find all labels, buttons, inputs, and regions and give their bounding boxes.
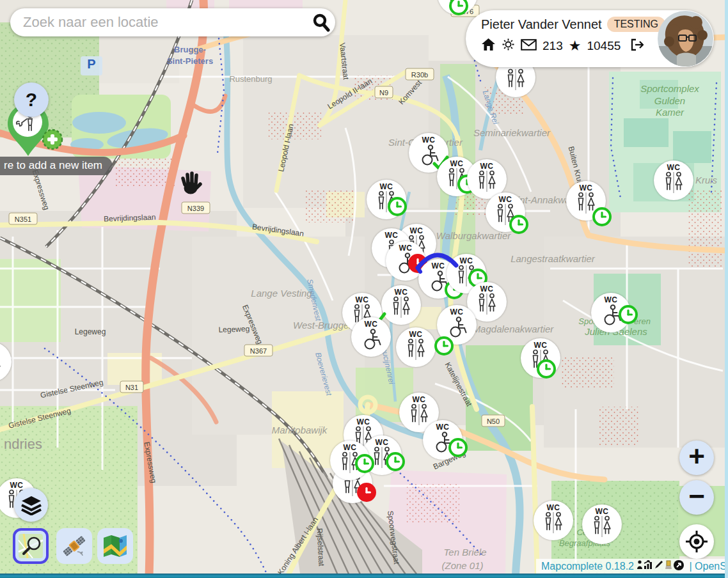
marker-wc-label: WC	[10, 481, 24, 489]
edit-pencil-icon[interactable]	[654, 560, 663, 572]
map-label: Manitobawijk	[272, 425, 328, 435]
map-marker-wc[interactable]: WC	[534, 501, 573, 540]
map-marker-wc[interactable]: WC	[330, 441, 370, 480]
basemap-style-osm-button[interactable]	[13, 528, 49, 564]
osm-link[interactable]: OpenStreetMap	[695, 561, 728, 572]
marker-wc-label: WC	[385, 231, 399, 239]
zoom-out-button[interactable]: −	[679, 480, 714, 515]
road-ref-text: R30b	[411, 71, 428, 79]
map-marker-wc[interactable]: WC	[566, 181, 606, 221]
marker-wc-label: WC	[436, 423, 450, 431]
messages-envelope-icon[interactable]	[521, 39, 537, 53]
wheelchair-icon	[445, 316, 469, 339]
map-label: Lange Vesting	[251, 288, 312, 299]
layers-button[interactable]	[14, 488, 48, 522]
settings-gear-icon[interactable]	[502, 38, 515, 54]
attribution-arrow-icon[interactable]	[674, 560, 684, 573]
marker-wc-label: WC	[357, 418, 370, 426]
road-ref-text: N351	[15, 215, 31, 223]
statistics-person-icon[interactable]	[637, 560, 643, 572]
basemap-style-satellite-button[interactable]	[56, 528, 92, 564]
map-marker-wc[interactable]: WC	[654, 160, 693, 200]
marker-wc-label: WC	[596, 508, 609, 515]
marker-wc-label: WC	[356, 296, 369, 304]
attribution-separator: |	[689, 561, 692, 572]
map-label: P	[87, 57, 95, 71]
marker-wc-label: WC	[605, 296, 618, 304]
attribution-bar: Mapcomplete 0.18.2 | OpenStreetMap	[536, 559, 725, 574]
selected-location-arc	[415, 249, 459, 277]
wheelchair-icon	[359, 328, 383, 351]
opening-hours-open-badge	[448, 438, 468, 457]
toilets-male-female-icon	[473, 170, 500, 193]
map-marker-wc[interactable]: WC	[486, 192, 525, 232]
marker-wc-label: WC	[450, 160, 464, 168]
marker-wc-label: WC	[499, 196, 512, 203]
toilets-male-female-icon	[502, 68, 529, 91]
map-marker-wc[interactable]: WC	[521, 338, 560, 378]
marker-wc-label: WC	[667, 164, 681, 171]
toilets-male-female-icon	[540, 512, 567, 535]
map-label: Rustenburg	[229, 74, 272, 84]
map-label: Gulden	[654, 95, 685, 106]
messages-count: 213	[542, 39, 563, 53]
road-ref-text: N31	[125, 384, 138, 391]
statistics-chart-icon[interactable]	[644, 560, 653, 572]
map-marker-wc[interactable]: WC	[396, 327, 436, 367]
home-icon[interactable]	[481, 38, 496, 54]
marker-wc-label: WC	[410, 227, 423, 235]
road-ref-text: N339	[187, 205, 204, 212]
marker-wc-label: WC	[409, 331, 423, 338]
toilets-male-female-icon	[406, 403, 432, 426]
marker-wc-label: WC	[399, 244, 413, 252]
opening-hours-open-badge	[509, 215, 528, 234]
marker-wc-label: WC	[450, 308, 464, 316]
toilets-male-female-icon	[402, 338, 429, 361]
user-panel[interactable]: Pieter Vander Vennet TESTING	[466, 10, 714, 67]
road-ref-text: N367	[250, 347, 267, 355]
marker-wc-label: WC	[480, 285, 494, 293]
basemap-style-map-button[interactable]	[97, 528, 133, 564]
map-label: Brugge-	[174, 45, 206, 54]
marker-wc-label: WC	[413, 396, 426, 403]
road-ref-text: N9	[379, 89, 388, 97]
map-label: Kruis	[695, 175, 718, 185]
marker-wc-label: WC	[344, 444, 357, 451]
map-label: Legeweg	[218, 324, 249, 334]
opening-hours-closed-badge	[357, 483, 376, 502]
marker-wc-label: WC	[580, 184, 593, 192]
scrollbar-track[interactable]	[725, 0, 728, 578]
map-marker-wc[interactable]: WC	[591, 293, 631, 332]
logout-icon[interactable]	[630, 38, 645, 54]
map-label: Sportcomplex	[640, 83, 699, 94]
app-name[interactable]: Mapcomplete	[541, 561, 603, 572]
user-avatar[interactable]	[658, 11, 713, 66]
search-bar	[10, 8, 335, 36]
marker-wc-label: WC	[365, 320, 378, 328]
changesets-count: 10455	[587, 39, 621, 53]
map-marker-wc[interactable]: WC	[367, 180, 406, 219]
toilets-male-female-icon	[388, 296, 415, 319]
search-input[interactable]	[22, 13, 307, 31]
opening-hours-open-badge	[434, 336, 454, 355]
map-marker-wc[interactable]: WC	[381, 285, 421, 325]
search-icon[interactable]	[307, 8, 335, 36]
help-button[interactable]: ?	[14, 82, 49, 117]
toilets-male-female-icon	[589, 515, 615, 538]
toilets-male-female-icon	[660, 171, 687, 194]
star-icon: ★	[569, 39, 582, 53]
map-marker-wc[interactable]: WC	[423, 420, 463, 460]
map-marker-wc[interactable]: WC	[582, 504, 622, 544]
map-label: Walburgakwartier	[436, 230, 511, 241]
opening-hours-open-badge	[537, 359, 556, 379]
geolocate-button[interactable]	[679, 524, 714, 559]
opening-hours-open-badge	[592, 207, 612, 226]
toilets-male-female-icon	[0, 353, 5, 376]
marker-wc-label: WC	[534, 341, 548, 349]
bottom-accent-bar	[0, 574, 728, 578]
opening-hours-open-badge	[355, 454, 374, 473]
map-marker-wc[interactable]: WC	[351, 317, 391, 357]
map-label: Langestraatkwartier	[510, 253, 596, 264]
map-label: Seminariekwartier	[473, 127, 551, 138]
zoom-in-button[interactable]: +	[679, 441, 714, 475]
